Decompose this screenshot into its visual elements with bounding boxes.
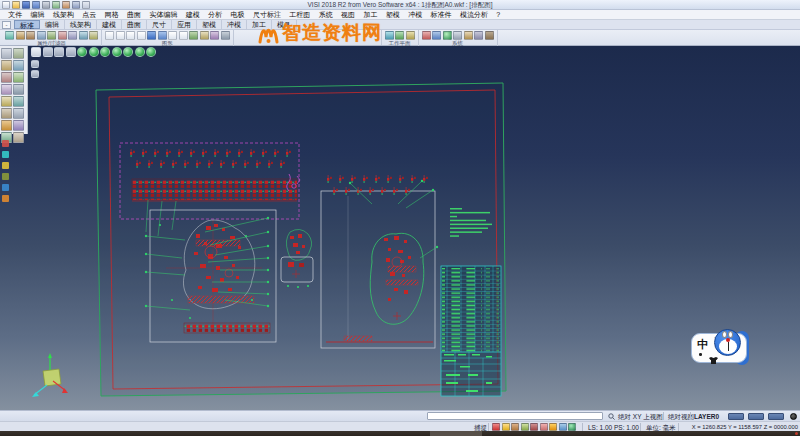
zoom-window-icon[interactable] xyxy=(210,31,219,40)
menu-standard-parts[interactable]: 标准件 xyxy=(426,10,455,19)
snap-mid-icon[interactable] xyxy=(1,60,12,71)
snap-toggle-3-icon[interactable] xyxy=(511,423,519,431)
shaded-view-icon[interactable] xyxy=(147,31,156,40)
view-doc-icon[interactable] xyxy=(105,31,114,40)
tab-apply[interactable]: 应用 xyxy=(172,20,197,29)
menu-flow-analysis[interactable]: 模流分析 xyxy=(456,10,492,19)
tab-machining[interactable]: 加工 xyxy=(247,20,272,29)
snap-toggle-8-icon[interactable] xyxy=(559,423,567,431)
palette-icon[interactable] xyxy=(422,31,431,40)
snap-free-icon[interactable] xyxy=(1,120,12,131)
command-input[interactable] xyxy=(427,412,603,420)
view-doc2-icon[interactable] xyxy=(116,31,125,40)
mask-icon[interactable] xyxy=(79,31,88,40)
filter-text-icon[interactable] xyxy=(2,162,9,169)
snap-point-icon[interactable] xyxy=(1,48,12,59)
filter-dim-icon[interactable] xyxy=(2,195,9,202)
line-weight-swatch[interactable] xyxy=(768,413,784,420)
database-icon[interactable] xyxy=(485,31,494,40)
tab-edit[interactable]: 编辑 xyxy=(40,20,65,29)
filter-surface-icon[interactable] xyxy=(2,184,9,191)
menu-pointcloud[interactable]: 点云 xyxy=(78,10,100,19)
visibility-icon[interactable] xyxy=(89,31,98,40)
tab-surface[interactable]: 曲面 xyxy=(122,20,147,29)
color-filter-icon[interactable] xyxy=(58,31,67,40)
settings-icon[interactable] xyxy=(474,31,483,40)
snap-grid-icon[interactable] xyxy=(1,108,12,119)
view-doc5-icon[interactable] xyxy=(168,31,177,40)
snap-perp-icon[interactable] xyxy=(13,84,24,95)
snap-origin-icon[interactable] xyxy=(13,108,24,119)
snap-depth-icon[interactable] xyxy=(13,132,24,143)
tab-progress[interactable]: 冲模 xyxy=(222,20,247,29)
zoom-fit-icon[interactable] xyxy=(200,31,209,40)
snap-toggle-5-icon[interactable] xyxy=(530,423,538,431)
filter-solid-icon[interactable] xyxy=(2,173,9,180)
snap-quad-icon[interactable] xyxy=(13,72,24,83)
tab-modeling[interactable]: 建模 xyxy=(97,20,122,29)
snap-toggle-2-icon[interactable] xyxy=(502,423,510,431)
filter-line-icon[interactable] xyxy=(2,140,9,147)
pencil-icon[interactable] xyxy=(16,31,25,40)
line-color-swatch[interactable] xyxy=(728,413,744,420)
snap-toggle-6-icon[interactable] xyxy=(540,423,548,431)
select-icon[interactable] xyxy=(68,31,77,40)
menu-edit[interactable]: 编辑 xyxy=(26,10,48,19)
snap-near-icon[interactable] xyxy=(13,96,24,107)
calculator-icon[interactable] xyxy=(464,31,473,40)
layer-filter-icon[interactable] xyxy=(47,31,56,40)
menu-analysis[interactable]: 分析 xyxy=(204,10,226,19)
menu-solid-edit[interactable]: 实体编辑 xyxy=(145,10,181,19)
snap-toggle-7-icon[interactable] xyxy=(549,423,557,431)
snap-lock-icon[interactable] xyxy=(13,120,24,131)
view-doc3-icon[interactable] xyxy=(126,31,135,40)
filter-arc-icon[interactable] xyxy=(2,151,9,158)
drawing-canvas[interactable] xyxy=(28,46,800,410)
color-picker-icon[interactable] xyxy=(790,413,797,420)
workplane-align-icon[interactable] xyxy=(395,31,404,40)
menu-system[interactable]: 系统 xyxy=(315,10,337,19)
tab-die[interactable]: 模具 xyxy=(272,20,297,29)
menu-dimension[interactable]: 尺寸标注 xyxy=(249,10,285,19)
view-doc4-icon[interactable] xyxy=(137,31,146,40)
menu-surface[interactable]: 曲面 xyxy=(123,10,145,19)
ribbon-collapse-button[interactable]: - xyxy=(2,21,11,29)
menu-modeling[interactable]: 建模 xyxy=(182,10,204,19)
menu-drafting[interactable]: 工程图 xyxy=(285,10,314,19)
globe-icon[interactable] xyxy=(443,31,452,40)
menu-electrode[interactable]: 电极 xyxy=(226,10,248,19)
tab-dimension[interactable]: 尺寸 xyxy=(147,20,172,29)
snap-intersect-icon[interactable] xyxy=(1,72,12,83)
view-doc6-icon[interactable] xyxy=(179,31,188,40)
tab-mould[interactable]: 塑模 xyxy=(197,20,222,29)
menu-file[interactable]: 文件 xyxy=(4,10,26,19)
filter-icon[interactable] xyxy=(37,31,46,40)
active-layer-indicator[interactable]: LAYER0 xyxy=(694,413,719,420)
snap-tangent-icon[interactable] xyxy=(1,84,12,95)
snap-toggle-9-icon[interactable] xyxy=(568,423,576,431)
tab-wireframe[interactable]: 线架构 xyxy=(65,20,97,29)
grid-icon[interactable] xyxy=(453,31,462,40)
snap-toggle-4-icon[interactable] xyxy=(521,423,529,431)
snap-node-icon[interactable] xyxy=(1,96,12,107)
snap-end-icon[interactable] xyxy=(13,48,24,59)
pan-icon[interactable] xyxy=(221,31,230,40)
brush-icon[interactable] xyxy=(26,31,35,40)
menu-help[interactable]: ? xyxy=(492,10,504,19)
attribute-icon[interactable] xyxy=(5,31,14,40)
menu-mould[interactable]: 塑模 xyxy=(382,10,404,19)
snap-center-icon[interactable] xyxy=(13,60,24,71)
render-icon[interactable] xyxy=(189,31,198,40)
menu-progress[interactable]: 冲模 xyxy=(404,10,426,19)
wire-view-icon[interactable] xyxy=(158,31,167,40)
search-icon[interactable] xyxy=(608,413,615,420)
menu-view[interactable]: 视图 xyxy=(337,10,359,19)
screen-icon[interactable] xyxy=(432,31,441,40)
workplane-icon[interactable] xyxy=(385,31,394,40)
menu-wireframe[interactable]: 线架构 xyxy=(49,10,78,19)
tab-standard[interactable]: 标准 xyxy=(14,20,40,29)
menu-machining[interactable]: 加工 xyxy=(359,10,381,19)
snap-toggle-1-icon[interactable] xyxy=(492,423,500,431)
workplane-reset-icon[interactable] xyxy=(406,31,415,40)
line-style-swatch[interactable] xyxy=(748,413,764,420)
